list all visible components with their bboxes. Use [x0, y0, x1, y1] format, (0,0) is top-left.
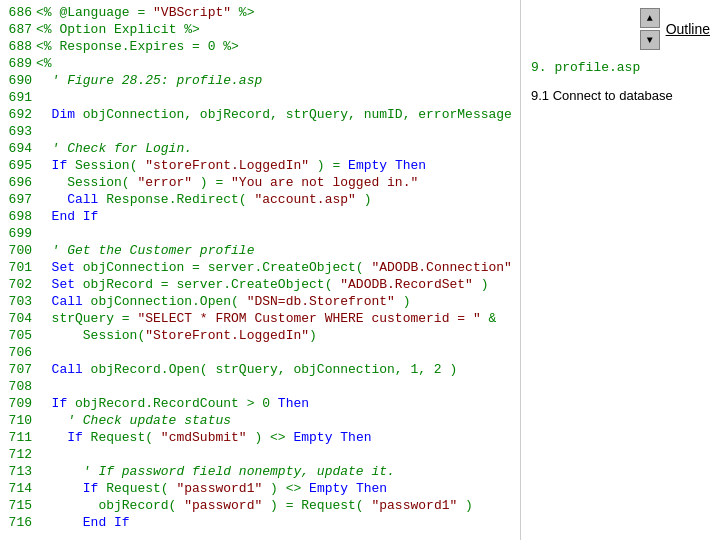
code-line: 705 Session("StoreFront.LoggedIn") — [0, 327, 520, 344]
code-line: 693 — [0, 123, 520, 140]
code-line: 699 — [0, 225, 520, 242]
line-content: ' Check for Login. — [36, 140, 520, 157]
line-content: Session( "error" ) = "You are not logged… — [36, 174, 520, 191]
code-line: 691 — [0, 89, 520, 106]
line-content: End If — [36, 514, 520, 531]
line-content: ' Figure 28.25: profile.asp — [36, 72, 520, 89]
line-number: 690 — [0, 72, 36, 89]
code-line: 704 strQuery = "SELECT * FROM Customer W… — [0, 310, 520, 327]
code-line: 707 Call objRecord.Open( strQuery, objCo… — [0, 361, 520, 378]
line-number: 715 — [0, 497, 36, 514]
line-content: End If — [36, 208, 520, 225]
line-number: 702 — [0, 276, 36, 293]
line-number: 711 — [0, 429, 36, 446]
line-content: <% Response.Expires = 0 %> — [36, 38, 520, 55]
code-line: 709 If objRecord.RecordCount > 0 Then — [0, 395, 520, 412]
section-title: 9. profile.asp — [531, 60, 640, 75]
up-arrow-button[interactable]: ▲ — [640, 8, 660, 28]
line-content: Call objConnection.Open( "DSN=db.Storefr… — [36, 293, 520, 310]
line-content: ' Get the Customer profile — [36, 242, 520, 259]
line-number: 687 — [0, 21, 36, 38]
line-number: 707 — [0, 361, 36, 378]
code-line: 689<% — [0, 55, 520, 72]
line-number: 705 — [0, 327, 36, 344]
line-number: 689 — [0, 55, 36, 72]
line-number: 698 — [0, 208, 36, 225]
code-line: 714 If Request( "password1" ) <> Empty T… — [0, 480, 520, 497]
line-content: If Session( "storeFront.LoggedIn" ) = Em… — [36, 157, 520, 174]
line-number: 688 — [0, 38, 36, 55]
code-line: 687<% Option Explicit %> — [0, 21, 520, 38]
code-line: 711 If Request( "cmdSubmit" ) <> Empty T… — [0, 429, 520, 446]
line-number: 710 — [0, 412, 36, 429]
line-content: Set objConnection = server.CreateObject(… — [36, 259, 520, 276]
line-content: <% @Language = "VBScript" %> — [36, 4, 520, 21]
line-content: <% — [36, 55, 520, 72]
subsection-title: 9.1 Connect to database — [531, 87, 673, 105]
code-panel: 686<% @Language = "VBScript" %>687<% Opt… — [0, 0, 520, 540]
line-number: 686 — [0, 4, 36, 21]
right-panel: ▲ ▼ Outline 9. profile.asp 9.1 Connect t… — [520, 0, 720, 540]
line-content: Session("StoreFront.LoggedIn") — [36, 327, 520, 344]
line-number: 712 — [0, 446, 36, 463]
line-number: 713 — [0, 463, 36, 480]
line-number: 700 — [0, 242, 36, 259]
line-number: 704 — [0, 310, 36, 327]
code-line: 712 — [0, 446, 520, 463]
line-content: Set objRecord = server.CreateObject( "AD… — [36, 276, 520, 293]
code-line: 697 Call Response.Redirect( "account.asp… — [0, 191, 520, 208]
code-line: 698 End If — [0, 208, 520, 225]
code-line: 703 Call objConnection.Open( "DSN=db.Sto… — [0, 293, 520, 310]
code-line: 694 ' Check for Login. — [0, 140, 520, 157]
line-content: Call objRecord.Open( strQuery, objConnec… — [36, 361, 520, 378]
line-content: If Request( "password1" ) <> Empty Then — [36, 480, 520, 497]
code-line: 696 Session( "error" ) = "You are not lo… — [0, 174, 520, 191]
line-number: 694 — [0, 140, 36, 157]
line-number: 701 — [0, 259, 36, 276]
line-content: If Request( "cmdSubmit" ) <> Empty Then — [36, 429, 520, 446]
line-number: 708 — [0, 378, 36, 395]
code-line: 686<% @Language = "VBScript" %> — [0, 4, 520, 21]
line-number: 706 — [0, 344, 36, 361]
down-arrow-button[interactable]: ▼ — [640, 30, 660, 50]
line-number: 716 — [0, 514, 36, 531]
line-content: ' If password field nonempty, update it. — [36, 463, 520, 480]
code-line: 715 objRecord( "password" ) = Request( "… — [0, 497, 520, 514]
line-number: 693 — [0, 123, 36, 140]
line-number: 692 — [0, 106, 36, 123]
line-content: <% Option Explicit %> — [36, 21, 520, 38]
line-content: Dim objConnection, objRecord, strQuery, … — [36, 106, 520, 123]
code-line: 710 ' Check update status — [0, 412, 520, 429]
code-line: 688<% Response.Expires = 0 %> — [0, 38, 520, 55]
code-line: 701 Set objConnection = server.CreateObj… — [0, 259, 520, 276]
code-line: 716 End If — [0, 514, 520, 531]
line-content: Call Response.Redirect( "account.asp" ) — [36, 191, 520, 208]
line-number: 696 — [0, 174, 36, 191]
line-content: ' Check update status — [36, 412, 520, 429]
code-line: 706 — [0, 344, 520, 361]
line-number: 697 — [0, 191, 36, 208]
line-content: objRecord( "password" ) = Request( "pass… — [36, 497, 520, 514]
line-content: If objRecord.RecordCount > 0 Then — [36, 395, 520, 412]
line-number: 691 — [0, 89, 36, 106]
line-number: 699 — [0, 225, 36, 242]
line-content: strQuery = "SELECT * FROM Customer WHERE… — [36, 310, 520, 327]
line-number: 695 — [0, 157, 36, 174]
line-number: 709 — [0, 395, 36, 412]
code-line: 702 Set objRecord = server.CreateObject(… — [0, 276, 520, 293]
line-number: 703 — [0, 293, 36, 310]
outline-title: Outline — [666, 21, 710, 37]
code-line: 700 ' Get the Customer profile — [0, 242, 520, 259]
code-line: 690 ' Figure 28.25: profile.asp — [0, 72, 520, 89]
code-line: 692 Dim objConnection, objRecord, strQue… — [0, 106, 520, 123]
code-line: 708 — [0, 378, 520, 395]
code-line: 695 If Session( "storeFront.LoggedIn" ) … — [0, 157, 520, 174]
line-number: 714 — [0, 480, 36, 497]
outline-nav: ▲ ▼ Outline — [640, 8, 710, 50]
code-line: 713 ' If password field nonempty, update… — [0, 463, 520, 480]
